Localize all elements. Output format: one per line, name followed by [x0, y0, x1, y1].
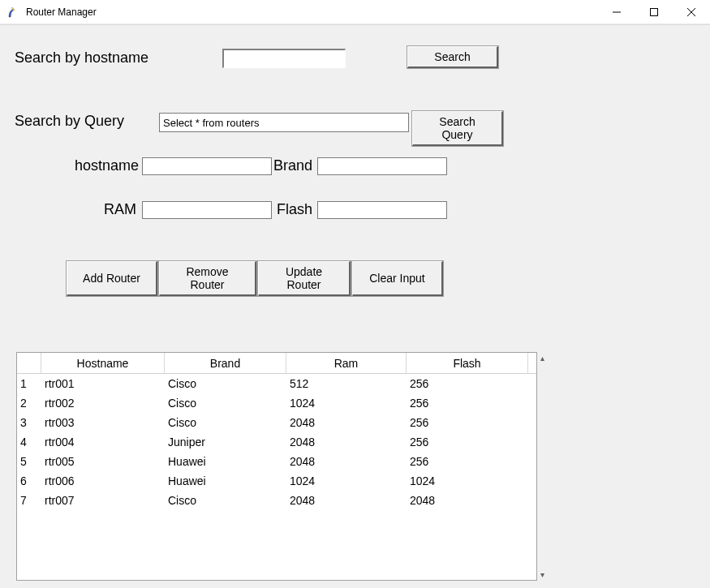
cell-ram: 2048: [286, 494, 407, 507]
search-hostname-input[interactable]: [222, 49, 346, 68]
brand-label: Brand: [273, 157, 312, 174]
table-header-flash[interactable]: Flash: [407, 353, 528, 373]
cell-flash: 256: [407, 436, 528, 449]
ram-input[interactable]: [142, 201, 272, 219]
cell-ram: 2048: [286, 416, 407, 429]
cell-brand: Huawei: [165, 474, 286, 487]
table-row[interactable]: 7rtr007Cisco20482048: [17, 491, 536, 510]
cell-hostname: rtr001: [41, 377, 165, 390]
cell-hostname: rtr004: [41, 436, 165, 449]
hostname-input[interactable]: [142, 157, 272, 175]
hostname-label: hostname: [75, 157, 139, 174]
table-row[interactable]: 2rtr002Cisco1024256: [17, 393, 536, 413]
cell-index: 1: [17, 377, 41, 390]
table-header-hostname[interactable]: Hostname: [41, 353, 165, 373]
remove-router-button[interactable]: Remove Router: [159, 261, 256, 296]
table-row[interactable]: 4rtr004Juniper2048256: [17, 432, 536, 452]
ram-label: RAM: [104, 201, 136, 218]
cell-brand: Cisco: [165, 416, 286, 429]
minimize-button[interactable]: [598, 0, 635, 24]
app-icon: [6, 6, 19, 19]
search-query-label: Search by Query: [15, 113, 124, 130]
brand-input[interactable]: [317, 157, 447, 175]
flash-input[interactable]: [317, 201, 447, 219]
table-header-index[interactable]: [17, 353, 41, 373]
cell-ram: 512: [286, 377, 407, 390]
cell-ram: 2048: [286, 436, 407, 449]
cell-brand: Cisco: [165, 397, 286, 410]
close-button[interactable]: [673, 0, 710, 24]
cell-hostname: rtr006: [41, 474, 165, 487]
cell-ram: 1024: [286, 397, 407, 410]
cell-index: 3: [17, 416, 41, 429]
cell-index: 2: [17, 397, 41, 410]
app-body: Search by hostname Search Search by Quer…: [0, 24, 710, 588]
clear-input-button[interactable]: Clear Input: [352, 261, 443, 296]
cell-hostname: rtr005: [41, 455, 165, 468]
scroll-down-icon[interactable]: ▾: [540, 570, 544, 579]
table-row[interactable]: 3rtr003Cisco2048256: [17, 413, 536, 432]
table-header-brand[interactable]: Brand: [165, 353, 286, 373]
cell-hostname: rtr002: [41, 397, 165, 410]
search-query-button[interactable]: Search Query: [412, 111, 503, 146]
cell-flash: 256: [407, 377, 528, 390]
cell-brand: Huawei: [165, 455, 286, 468]
add-router-button[interactable]: Add Router: [67, 261, 157, 296]
cell-index: 4: [17, 436, 41, 449]
table-header: Hostname Brand Ram Flash: [17, 353, 536, 374]
cell-flash: 2048: [407, 494, 528, 507]
cell-ram: 2048: [286, 455, 407, 468]
update-router-button[interactable]: Update Router: [258, 261, 351, 296]
titlebar: Router Manager: [0, 0, 710, 24]
cell-flash: 256: [407, 416, 528, 429]
cell-brand: Juniper: [165, 436, 286, 449]
search-query-input[interactable]: [159, 113, 409, 132]
svg-rect-1: [651, 8, 658, 15]
scroll-up-icon[interactable]: ▴: [540, 354, 544, 363]
window-title: Router Manager: [26, 6, 598, 18]
table-scrollbar[interactable]: ▴ ▾: [537, 352, 548, 581]
cell-ram: 1024: [286, 474, 407, 487]
table-row[interactable]: 5rtr005Huawei2048256: [17, 452, 536, 471]
search-hostname-label: Search by hostname: [15, 49, 148, 67]
search-button[interactable]: Search: [407, 46, 498, 68]
cell-index: 7: [17, 494, 41, 507]
flash-label: Flash: [277, 201, 312, 218]
router-table[interactable]: Hostname Brand Ram Flash 1rtr001Cisco512…: [16, 352, 537, 581]
cell-flash: 256: [407, 455, 528, 468]
table-row[interactable]: 1rtr001Cisco512256: [17, 374, 536, 393]
cell-flash: 256: [407, 397, 528, 410]
cell-hostname: rtr007: [41, 494, 165, 507]
cell-flash: 1024: [407, 474, 528, 487]
maximize-button[interactable]: [635, 0, 673, 24]
cell-index: 5: [17, 455, 41, 468]
cell-hostname: rtr003: [41, 416, 165, 429]
table-row[interactable]: 6rtr006Huawei10241024: [17, 471, 536, 491]
table-header-ram[interactable]: Ram: [286, 353, 407, 373]
cell-brand: Cisco: [165, 494, 286, 507]
cell-brand: Cisco: [165, 377, 286, 390]
cell-index: 6: [17, 474, 41, 487]
